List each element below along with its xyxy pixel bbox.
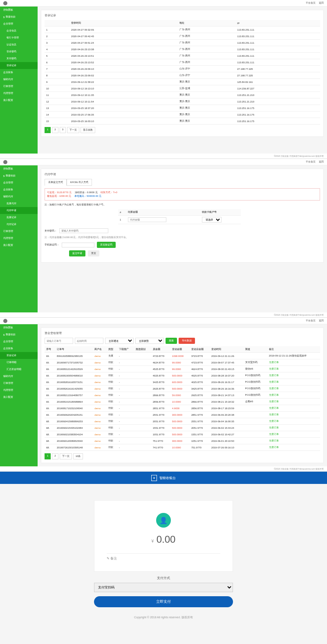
- order-link[interactable]: 充值订单: [269, 420, 279, 422]
- page-3[interactable]: 3: [60, 127, 66, 133]
- page-2[interactable]: 2: [52, 127, 58, 133]
- sb-agent[interactable]: 代理管理: [0, 235, 38, 242]
- sb-payout[interactable]: 辅助代付: [0, 373, 38, 380]
- back-link[interactable]: 返回: [319, 319, 324, 323]
- method-label: 支付方式: [94, 576, 233, 580]
- fund-table: 序号订单号商户名类型下级推广推送级别原金额变动金额变动后金额变动时间渠道备注69…: [45, 346, 320, 451]
- sb-agent[interactable]: 代理管理: [0, 90, 38, 97]
- order-link[interactable]: 充值订单: [269, 387, 279, 390]
- order-link[interactable]: 充值订单: [269, 426, 279, 429]
- sb-access[interactable]: 接入配置: [0, 242, 38, 249]
- order-link[interactable]: 充值订单: [269, 368, 279, 370]
- sb-enterprise[interactable]: 企业管理: [0, 338, 38, 345]
- sb-summary[interactable]: 汇总资金明细: [0, 366, 38, 373]
- sms-input[interactable]: [62, 243, 94, 247]
- table-row: 72020-04-26 23:09:10山东-济宁27.198.77.225: [45, 66, 320, 72]
- method-select[interactable]: 支付宝扫码: [94, 583, 233, 592]
- home-link[interactable]: 平台首页: [306, 319, 316, 323]
- page-next[interactable]: 下一页: [60, 453, 72, 459]
- send-sms-button[interactable]: 发送验证码: [97, 242, 116, 248]
- sb-paypwd[interactable]: 支付密码: [0, 55, 38, 62]
- table-row: 12020-04-27 00:32:06广东-惠州113.83.251.111: [45, 27, 320, 33]
- footer: ©2018 万能金服 代理来源于abnjyuanma.com 版权所有: [0, 312, 327, 317]
- table-row: 22020-04-27 00:42:45广东-惠州113.83.251.111: [45, 33, 320, 40]
- sb-collect[interactable]: $ 我要收款: [0, 172, 38, 179]
- sms-label: 手机验证码：: [45, 243, 59, 247]
- export-button[interactable]: 导出数据: [179, 338, 195, 344]
- back-link[interactable]: 返回: [319, 160, 324, 164]
- sb-dashboard[interactable]: 控制面板: [0, 7, 38, 13]
- page-next[interactable]: 下一页: [67, 127, 79, 133]
- sb-enterprise[interactable]: 企业管理: [0, 179, 38, 186]
- order-link[interactable]: 充值订单: [269, 446, 279, 448]
- sb-enterprise[interactable]: 企业管理: [0, 20, 38, 27]
- order-link[interactable]: 充值订单: [269, 394, 279, 396]
- type-select[interactable]: 全部类型: [135, 338, 164, 344]
- reset-button[interactable]: 重置: [88, 250, 99, 256]
- sb-orders[interactable]: 订单管理: [0, 228, 38, 235]
- sb-orderdetail[interactable]: 订单明细: [0, 359, 38, 366]
- page-1[interactable]: 1: [45, 453, 51, 459]
- sb-payout[interactable]: 辅助代付: [0, 76, 38, 83]
- pager: 1 2 下一页 10条: [45, 453, 320, 459]
- sb-finance[interactable]: 企业财务: [0, 345, 38, 352]
- amount-input[interactable]: [128, 217, 166, 222]
- table-row: 69.2019082816165573151demo付款-3425.877060…: [45, 379, 320, 386]
- channel-select[interactable]: 全部通道: [105, 338, 134, 344]
- sb-agent[interactable]: 代理管理: [0, 387, 38, 394]
- pay-button[interactable]: 立即支付: [94, 596, 233, 607]
- sb-access[interactable]: 接入配置: [0, 394, 38, 401]
- table-row: 69.2019083121422910529demo付款-4525.877099…: [45, 366, 320, 372]
- sidebar: 控制面板 $ 我要收款 企业管理 企业信息 银行卡管理 认证信息 登录密码 支付…: [0, 7, 38, 154]
- sb-loginlog[interactable]: 登录记录: [0, 62, 38, 69]
- sb-apply[interactable]: 代付申请: [0, 207, 38, 214]
- sidebar: 控制面板 $ 我要收款 企业管理 企业财务 辅助代付 批量代付 代付申请 批量记…: [0, 165, 38, 312]
- sb-pwd[interactable]: 登录密码: [0, 48, 38, 55]
- order-link[interactable]: 充值订单: [269, 381, 279, 383]
- date-input[interactable]: [75, 338, 103, 344]
- sb-orders[interactable]: 订单管理: [0, 83, 38, 90]
- sb-info[interactable]: 企业信息: [0, 27, 38, 34]
- sb-finance[interactable]: 企业财务: [0, 69, 38, 76]
- order-link[interactable]: 充值订单: [269, 400, 279, 403]
- page-size[interactable]: 显示条数: [81, 127, 95, 133]
- sb-bank[interactable]: 银行卡管理: [0, 34, 38, 41]
- table-row: 82020-04-26 23:09:02山东-济宁27.198.77.225: [45, 72, 320, 79]
- sidebar: 控制面板 $ 我要收款 企业管理 企业财务 资金记录 订单明细 汇总资金明细 辅…: [0, 324, 38, 466]
- sb-payout[interactable]: 辅助代付: [0, 193, 38, 200]
- page-title: 代付申请: [45, 172, 320, 176]
- sb-dashboard[interactable]: 控制面板: [0, 165, 38, 172]
- order-link[interactable]: 充值订单: [269, 433, 279, 435]
- cashier-header: ¥智能收银台: [0, 472, 327, 484]
- order-link[interactable]: 充值订单: [269, 407, 279, 409]
- sb-finance[interactable]: 企业财务: [0, 186, 38, 193]
- sb-auth[interactable]: 认证信息: [0, 41, 38, 48]
- home-link[interactable]: 平台首页: [306, 1, 316, 5]
- submit-button[interactable]: 提交申请: [69, 250, 85, 256]
- order-input[interactable]: [45, 338, 73, 344]
- sb-dashboard[interactable]: 控制面板: [0, 324, 38, 331]
- sb-batchlog[interactable]: 批量记录: [0, 214, 38, 221]
- account-select[interactable]: 请选择: [202, 217, 222, 223]
- page-2[interactable]: 2: [52, 453, 58, 459]
- sb-collect[interactable]: $ 我要收款: [0, 13, 38, 20]
- sb-batch[interactable]: 批量代付: [0, 200, 38, 207]
- page-1[interactable]: 1: [45, 127, 51, 133]
- sb-access[interactable]: 接入配置: [0, 97, 38, 104]
- tab-excel[interactable]: EXCEL导入方式: [67, 179, 92, 186]
- back-link[interactable]: 返回: [319, 1, 324, 5]
- order-link[interactable]: 充值订单: [269, 374, 279, 377]
- order-link[interactable]: 充值订单: [269, 361, 279, 363]
- sb-orders[interactable]: 订单管理: [0, 380, 38, 387]
- tab-form[interactable]: 表单提交方式: [45, 179, 67, 186]
- search-button[interactable]: 搜索: [166, 338, 177, 344]
- page-size[interactable]: 10条: [73, 453, 83, 459]
- sb-payoutlog[interactable]: 代付记录: [0, 221, 38, 228]
- order-link[interactable]: 充值订单: [269, 413, 279, 416]
- sb-collect[interactable]: $ 我要收款: [0, 331, 38, 338]
- paypwd-input[interactable]: [59, 228, 108, 233]
- remark-field[interactable]: ✎ 备注: [107, 553, 220, 563]
- home-link[interactable]: 平台首页: [306, 160, 316, 164]
- order-link[interactable]: 充值订单: [269, 439, 279, 442]
- sb-fundlog[interactable]: 资金记录: [0, 352, 38, 359]
